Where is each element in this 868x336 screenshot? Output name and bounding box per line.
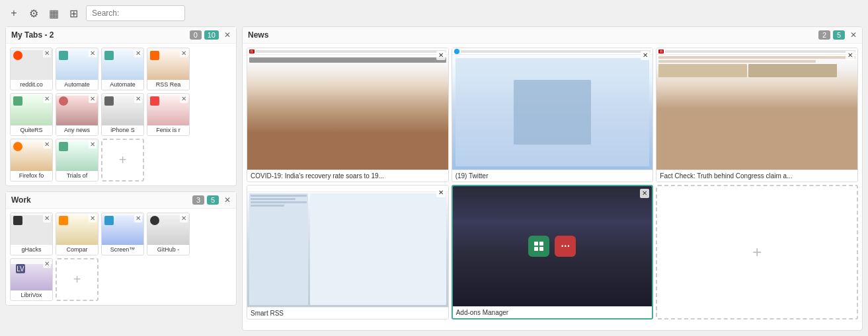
work-badge-left: 3 bbox=[192, 195, 204, 205]
tab-fenix-label: Fenix is r bbox=[147, 125, 189, 135]
tab-quiterss-label: QuiteRS bbox=[11, 125, 52, 135]
news-item-addons[interactable]: ✕ ⋯ Add-ons Manager bbox=[452, 185, 654, 319]
add-my-tab-button[interactable]: + bbox=[101, 139, 144, 182]
tab-anynews[interactable]: ✕ Any news bbox=[56, 93, 99, 136]
tab-fenix[interactable]: ✕ Fenix is r bbox=[147, 93, 190, 136]
my-tabs-header: My Tabs - 2 0 10 ✕ bbox=[6, 27, 236, 44]
news-close-button[interactable]: ✕ bbox=[850, 30, 857, 40]
work-header: Work 3 5 ✕ bbox=[6, 192, 236, 209]
tab-automate2-close[interactable]: ✕ bbox=[134, 50, 142, 57]
tab-anynews-label: Any news bbox=[56, 125, 98, 135]
tab-screen-label: Screen™ bbox=[102, 245, 143, 255]
tab-ghacks-label: gHacks bbox=[11, 245, 52, 255]
my-tabs-title: My Tabs - 2 bbox=[11, 30, 54, 40]
add-icon[interactable]: + bbox=[7, 7, 21, 19]
news-twitter-close[interactable]: ✕ bbox=[641, 51, 650, 60]
news-badge-right: 5 bbox=[833, 30, 845, 40]
my-tabs-badge-right: 10 bbox=[204, 30, 219, 40]
tab-firefox-close[interactable]: ✕ bbox=[43, 141, 51, 149]
news-add-icon: + bbox=[752, 243, 762, 261]
my-tabs-badge-left: 0 bbox=[190, 30, 202, 40]
tab-iphone[interactable]: ✕ iPhone S bbox=[101, 93, 144, 136]
work-group: Work 3 5 ✕ ✕ gHacks ✕ Compa bbox=[5, 191, 237, 306]
news-covid-close[interactable]: ✕ bbox=[436, 51, 446, 60]
tab-compar-label: Compar bbox=[56, 245, 98, 255]
left-panel: My Tabs - 2 0 10 ✕ ✕ reddit.co ✕ bbox=[5, 26, 237, 331]
news-factcheck-title: Fact Check: Truth behind Congress claim … bbox=[656, 170, 857, 182]
tab-quiterss-close[interactable]: ✕ bbox=[43, 95, 51, 103]
tab-librivox[interactable]: LV ✕ LibriVox bbox=[10, 258, 53, 301]
news-title: News bbox=[248, 30, 268, 40]
tab-automate2-label: Automate bbox=[102, 80, 143, 90]
svg-rect-2 bbox=[534, 247, 538, 251]
tab-github-label: GitHub - bbox=[147, 245, 189, 255]
layout-icon[interactable]: ⊞ bbox=[66, 7, 81, 20]
tab-automate1[interactable]: ✕ Automate bbox=[56, 48, 99, 90]
news-item-smartrss[interactable]: ✕ bbox=[247, 185, 449, 319]
work-header-right: 3 5 ✕ bbox=[192, 195, 231, 205]
tab-quiterss[interactable]: ✕ QuiteRS bbox=[10, 93, 53, 136]
tab-github-close[interactable]: ✕ bbox=[180, 215, 188, 222]
tab-github[interactable]: ✕ GitHub - bbox=[147, 213, 190, 255]
news-factcheck-close[interactable]: ✕ bbox=[846, 51, 855, 60]
tab-compar-close[interactable]: ✕ bbox=[89, 215, 97, 222]
tab-reddit[interactable]: ✕ reddit.co bbox=[10, 48, 53, 90]
tab-trials-close[interactable]: ✕ bbox=[89, 141, 97, 149]
news-item-covid[interactable]: ✕ R COVID-19: India's recovery rate soar… bbox=[247, 48, 449, 182]
tab-screen[interactable]: ✕ Screen™ bbox=[101, 213, 144, 255]
news-add-button[interactable]: + bbox=[656, 185, 858, 319]
tab-ghacks[interactable]: ✕ gHacks bbox=[10, 213, 53, 255]
news-badge-left: 2 bbox=[818, 30, 830, 40]
add-work-tab-button[interactable]: + bbox=[56, 258, 99, 301]
my-tabs-header-right: 0 10 ✕ bbox=[190, 30, 231, 40]
search-input[interactable] bbox=[86, 5, 185, 21]
tab-trials[interactable]: ✕ Trials of bbox=[56, 139, 99, 182]
news-item-factcheck[interactable]: ✕ R Fact Ch bbox=[656, 48, 858, 182]
work-title: Work bbox=[11, 195, 31, 205]
news-grid: ✕ R COVID-19: India's recovery rate soar… bbox=[243, 44, 862, 323]
news-item-twitter[interactable]: ✕ (19) Twitter bbox=[452, 48, 654, 182]
tab-compar[interactable]: ✕ Compar bbox=[56, 213, 99, 255]
my-tabs-grid: ✕ reddit.co ✕ Automate ✕ Automate bbox=[6, 44, 236, 185]
svg-rect-3 bbox=[539, 247, 543, 251]
tab-librivox-close[interactable]: ✕ bbox=[43, 260, 51, 268]
toolbar: + ⚙ ▦ ⊞ bbox=[0, 0, 868, 26]
news-smartrss-title: Smart RSS bbox=[247, 307, 448, 319]
tab-iphone-label: iPhone S bbox=[102, 125, 143, 135]
tab-ghacks-close[interactable]: ✕ bbox=[43, 215, 51, 222]
tab-reddit-close[interactable]: ✕ bbox=[43, 50, 51, 57]
news-panel: News 2 5 ✕ ✕ R bbox=[242, 26, 863, 331]
news-smartrss-close[interactable]: ✕ bbox=[436, 188, 446, 197]
tab-iphone-close[interactable]: ✕ bbox=[134, 95, 142, 103]
main-layout: My Tabs - 2 0 10 ✕ ✕ reddit.co ✕ bbox=[0, 26, 868, 336]
work-tabs-grid: ✕ gHacks ✕ Compar ✕ Screen™ bbox=[6, 209, 236, 305]
tab-librivox-label: LibriVox bbox=[11, 290, 52, 300]
tab-reddit-label: reddit.co bbox=[11, 80, 52, 90]
tab-fenix-close[interactable]: ✕ bbox=[180, 95, 188, 103]
gear-icon[interactable]: ⚙ bbox=[26, 7, 41, 20]
work-close-button[interactable]: ✕ bbox=[224, 195, 231, 205]
svg-rect-0 bbox=[534, 242, 538, 246]
tab-automate1-label: Automate bbox=[56, 80, 98, 90]
tab-screen-close[interactable]: ✕ bbox=[134, 215, 142, 222]
news-addons-close[interactable]: ✕ bbox=[640, 189, 649, 198]
svg-rect-1 bbox=[539, 242, 543, 246]
news-twitter-title: (19) Twitter bbox=[452, 170, 653, 182]
tab-automate1-close[interactable]: ✕ bbox=[89, 50, 97, 57]
grid-icon[interactable]: ▦ bbox=[46, 7, 61, 20]
tab-rss[interactable]: ✕ RSS Rea bbox=[147, 48, 190, 90]
addon-other-icon: ⋯ bbox=[555, 236, 576, 257]
tab-rss-close[interactable]: ✕ bbox=[180, 50, 188, 57]
tab-firefox-label: Firefox fo bbox=[11, 171, 52, 181]
tab-automate2[interactable]: ✕ Automate bbox=[101, 48, 144, 90]
news-covid-title: COVID-19: India's recovery rate soars to… bbox=[247, 170, 448, 182]
tab-rss-label: RSS Rea bbox=[147, 80, 189, 90]
tab-firefox[interactable]: ✕ Firefox fo bbox=[10, 139, 53, 182]
my-tabs-group: My Tabs - 2 0 10 ✕ ✕ reddit.co ✕ bbox=[5, 26, 237, 186]
news-header: News 2 5 ✕ bbox=[243, 27, 862, 44]
tab-anynews-close[interactable]: ✕ bbox=[89, 95, 97, 103]
addon-smartrss-icon bbox=[528, 236, 549, 257]
my-tabs-close-button[interactable]: ✕ bbox=[224, 30, 231, 40]
news-addons-title: Add-ons Manager bbox=[453, 306, 652, 318]
news-header-right: 2 5 ✕ bbox=[818, 30, 857, 40]
